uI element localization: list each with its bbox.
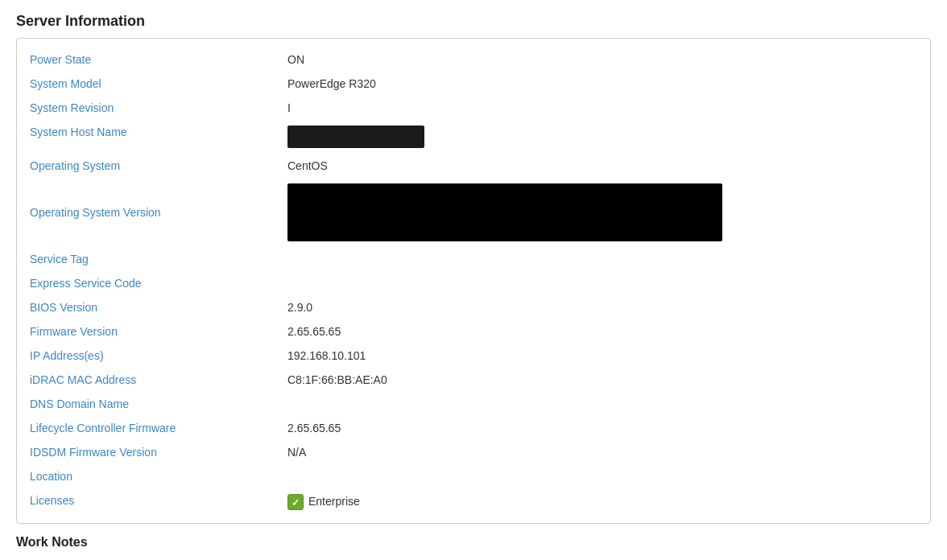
row-value: 2.65.65.65 bbox=[287, 323, 917, 338]
row-label: Service Tag bbox=[30, 251, 287, 266]
table-row: System RevisionI bbox=[30, 95, 917, 119]
row-value bbox=[287, 396, 917, 397]
row-value: 2.65.65.65 bbox=[287, 420, 917, 434]
row-label: iDRAC MAC Address bbox=[30, 372, 287, 386]
table-row: System Host Name bbox=[30, 119, 917, 153]
row-value: C8:1F:66:BB:AE:A0 bbox=[287, 372, 917, 386]
row-value bbox=[287, 124, 917, 148]
row-label: BIOS Version bbox=[30, 299, 287, 314]
row-value bbox=[287, 182, 917, 241]
row-value: PowerEdge R320 bbox=[287, 76, 917, 90]
table-row: DNS Domain Name bbox=[30, 391, 917, 415]
table-row: BIOS Version2.9.0 bbox=[30, 294, 917, 319]
table-row: Licenses✓Enterprise bbox=[30, 488, 917, 515]
row-label: Express Service Code bbox=[30, 275, 287, 290]
table-row: Firmware Version2.65.65.65 bbox=[30, 319, 917, 343]
page-wrapper: Server Information Power StateONSystem M… bbox=[0, 0, 947, 560]
row-value: ON bbox=[287, 51, 917, 66]
table-row: Service Tag bbox=[30, 246, 917, 270]
row-value: N/A bbox=[287, 444, 917, 459]
row-label: System Model bbox=[30, 76, 287, 90]
row-value bbox=[287, 275, 917, 277]
info-panel: Power StateONSystem ModelPowerEdge R320S… bbox=[16, 38, 931, 524]
work-notes-title: Work Notes bbox=[16, 535, 931, 550]
table-row: Operating System Version bbox=[30, 177, 917, 246]
table-row: iDRAC MAC AddressC8:1F:66:BB:AE:A0 bbox=[30, 367, 917, 391]
row-label: Operating System bbox=[30, 158, 287, 172]
row-label: IDSDM Firmware Version bbox=[30, 444, 287, 459]
table-row: Operating SystemCentOS bbox=[30, 153, 917, 177]
license-icon: ✓ bbox=[287, 494, 304, 510]
table-row: Express Service Code bbox=[30, 270, 917, 294]
row-label: Power State bbox=[30, 51, 287, 66]
row-label: Location bbox=[30, 468, 287, 483]
row-label: System Host Name bbox=[30, 124, 287, 138]
row-label: System Revision bbox=[30, 100, 287, 114]
row-value: I bbox=[287, 100, 917, 114]
row-label: Operating System Version bbox=[30, 204, 287, 219]
row-label: Lifecycle Controller Firmware bbox=[30, 420, 287, 434]
table-row: IP Address(es)192.168.10.101 bbox=[30, 343, 917, 367]
table-row: Lifecycle Controller Firmware2.65.65.65 bbox=[30, 415, 917, 439]
row-value bbox=[287, 251, 917, 253]
table-row: Location bbox=[30, 463, 917, 488]
row-value: CentOS bbox=[287, 158, 917, 172]
row-value: ✓Enterprise bbox=[287, 492, 917, 510]
row-label: DNS Domain Name bbox=[30, 396, 287, 410]
table-row: Power StateON bbox=[30, 47, 917, 71]
table-row: IDSDM Firmware VersionN/A bbox=[30, 439, 917, 463]
redacted-value-large bbox=[287, 183, 722, 241]
section-title: Server Information bbox=[16, 13, 931, 30]
row-label: Firmware Version bbox=[30, 323, 287, 338]
row-label: IP Address(es) bbox=[30, 348, 287, 362]
row-label: Licenses bbox=[30, 492, 287, 507]
redacted-value bbox=[287, 126, 424, 148]
table-row: System ModelPowerEdge R320 bbox=[30, 71, 917, 95]
row-value: 192.168.10.101 bbox=[287, 348, 917, 362]
license-label: Enterprise bbox=[308, 495, 360, 508]
row-value: 2.9.0 bbox=[287, 299, 917, 314]
row-value bbox=[287, 468, 917, 470]
